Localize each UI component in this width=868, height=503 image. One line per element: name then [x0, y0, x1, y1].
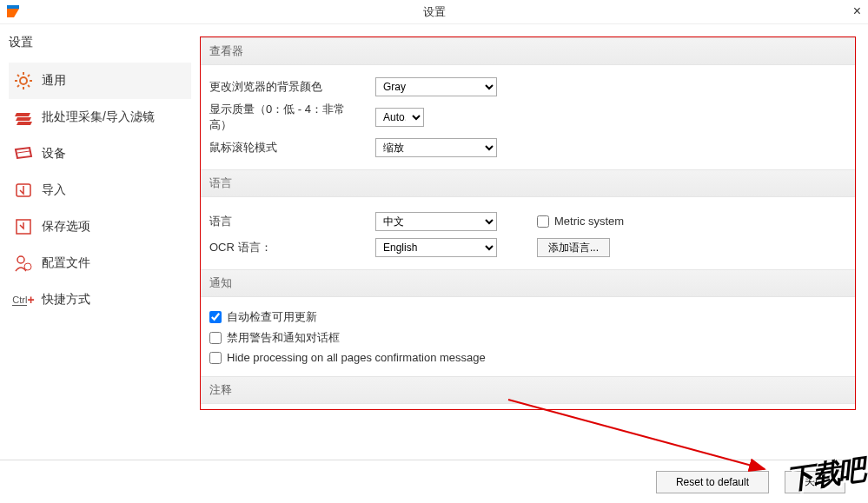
disable-warn-label: 禁用警告和通知对话框 — [227, 330, 340, 346]
lang-select[interactable]: 中文 — [375, 212, 497, 231]
sidebar-item-general[interactable]: 通用 — [9, 63, 191, 99]
sidebar-item-profile[interactable]: 配置文件 — [9, 245, 191, 281]
sidebar-item-import[interactable]: 导入 — [9, 172, 191, 208]
app-icon — [5, 3, 21, 19]
section-viewer-header: 查看器 — [201, 37, 855, 65]
sidebar-item-label: 快捷方式 — [42, 292, 90, 308]
sidebar-item-label: 配置文件 — [42, 255, 90, 271]
sidebar-item-label: 通用 — [42, 73, 66, 89]
quality-select[interactable]: Auto. — [375, 108, 424, 127]
close-button[interactable]: 关闭 — [785, 471, 845, 493]
sidebar-item-label: 批处理采集/导入滤镜 — [42, 109, 155, 125]
quality-label: 显示质量（0：低 - 4：非常高） — [209, 102, 361, 133]
ocr-select[interactable]: English — [375, 238, 497, 257]
import-icon — [14, 181, 33, 200]
sidebar-item-device[interactable]: 设备 — [9, 136, 191, 172]
close-icon[interactable]: × — [853, 3, 861, 19]
gear-icon — [14, 71, 33, 90]
metric-label: Metric system — [554, 215, 624, 228]
bgcolor-select[interactable]: Gray — [375, 77, 497, 96]
svg-point-13 — [24, 263, 31, 270]
sidebar: 设置 通用 批处理采集/导入滤镜 设备 导入 保存选项 配置文件 Ctrl+ — [0, 24, 200, 460]
stack-icon — [14, 108, 33, 127]
sidebar-item-batch[interactable]: 批处理采集/导入滤镜 — [9, 99, 191, 136]
svg-point-12 — [17, 256, 24, 263]
section-language-header: 语言 — [201, 169, 855, 197]
section-anno-header: 注释 — [201, 376, 855, 404]
sidebar-item-label: 设备 — [42, 146, 66, 162]
section-notify-header: 通知 — [201, 269, 855, 297]
svg-point-0 — [20, 77, 27, 84]
sidebar-item-save[interactable]: 保存选项 — [9, 208, 191, 245]
auto-update-label: 自动检查可用更新 — [227, 309, 317, 325]
auto-update-checkbox[interactable] — [209, 311, 222, 323]
settings-panel: 查看器 更改浏览器的背景颜色 Gray 显示质量（0：低 - 4：非常高） Au… — [200, 36, 856, 410]
sidebar-item-label: 保存选项 — [42, 219, 90, 235]
svg-line-8 — [17, 85, 19, 87]
svg-line-5 — [17, 75, 19, 76]
wheel-label: 鼠标滚轮模式 — [209, 140, 361, 156]
sidebar-title: 设置 — [9, 35, 191, 50]
sidebar-item-label: 导入 — [42, 182, 66, 198]
sidebar-item-shortcut[interactable]: Ctrl+ 快捷方式 — [9, 281, 191, 318]
bgcolor-label: 更改浏览器的背景颜色 — [209, 79, 361, 95]
svg-line-9 — [17, 151, 30, 153]
svg-line-7 — [28, 75, 30, 76]
disable-warn-checkbox[interactable] — [209, 332, 222, 344]
svg-line-6 — [28, 85, 30, 87]
footer: Reset to default 关闭 — [0, 460, 868, 503]
wheel-select[interactable]: 缩放 — [375, 138, 497, 157]
add-language-button[interactable]: 添加语言... — [537, 238, 610, 257]
ctrl-icon: Ctrl+ — [14, 290, 33, 309]
hide-processing-checkbox[interactable] — [209, 352, 222, 364]
metric-checkbox[interactable] — [537, 215, 549, 228]
reset-button[interactable]: Reset to default — [656, 471, 769, 493]
hide-processing-label: Hide processing on all pages confirmatio… — [227, 351, 486, 364]
ocr-label: OCR 语言： — [209, 240, 361, 255]
save-icon — [14, 217, 33, 236]
window-title: 设置 — [423, 4, 446, 20]
profile-icon — [14, 254, 33, 273]
scanner-icon — [14, 144, 33, 163]
lang-label: 语言 — [209, 214, 361, 229]
